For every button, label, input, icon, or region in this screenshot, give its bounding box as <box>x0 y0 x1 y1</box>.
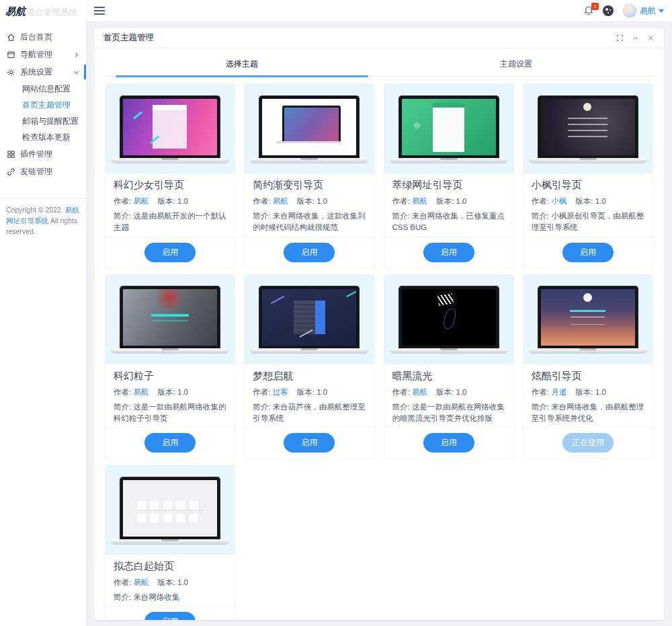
theme-name: 炫酷引导页 <box>532 370 644 383</box>
theme-version: 1.0 <box>177 578 188 586</box>
home-icon <box>7 33 15 42</box>
theme-version: 1.0 <box>595 197 606 205</box>
submenu-item-check-update[interactable]: 检查版本更新 <box>0 129 86 145</box>
author-link[interactable]: 易航 <box>412 388 427 396</box>
theme-description: 简介: 来自网络收集，这款收集到的时候代码结构就很规范 <box>253 210 366 234</box>
theme-card: 简约渐变引导页 作者: 易航 版本: 1.0 简介: 来自网络收集，这款收集到的… <box>244 83 374 268</box>
author-link[interactable]: 月逝 <box>551 388 566 396</box>
theme-description: 简介: 这是由易航开发的一个默认主题 <box>114 210 226 234</box>
apply-theme-button[interactable]: 启用 <box>144 243 196 262</box>
sidebar-item-nav-manage[interactable]: 导航管理 <box>0 46 86 63</box>
copyright: Copyright © 2022. 易航网址引导系统 All rights re… <box>0 198 86 243</box>
theme-manage-panel: 首页主题管理 选择主题 主题设置 科幻少女引导页 作者: 易航 版本: 1.0 <box>94 28 664 620</box>
author-link[interactable]: 易航 <box>133 197 149 205</box>
theme-description: 简介: 小枫原创引导页，由易航整理至引导系统 <box>532 210 644 234</box>
submenu-item-site-info[interactable]: 网站信息配置 <box>0 81 86 97</box>
theme-description: 简介: 来自网络收集，已修复重点CSS BUG <box>392 210 505 234</box>
gear-icon <box>7 68 15 77</box>
theme-card: 梦想启航 作者: 过客 版本: 1.0 简介: 来自葫芦侠，由易航整理至引导系统… <box>244 274 374 459</box>
theme-thumbnail <box>523 275 653 364</box>
theme-thumbnail <box>245 275 374 364</box>
close-icon[interactable] <box>647 34 655 42</box>
sidebar-item-dashboard[interactable]: 后台首页 <box>0 28 86 46</box>
user-menu[interactable]: 易航 <box>622 3 664 18</box>
theme-description: 简介: 来自网络收集 <box>114 592 226 603</box>
theme-description: 简介: 来自网络收集，由易航整理至引导系统并优化 <box>532 401 644 425</box>
notifications-button[interactable]: 1 <box>583 5 594 16</box>
theme-meta: 作者: 易航 版本: 1.0 <box>114 387 226 397</box>
caret-down-icon <box>659 9 664 13</box>
sidebar-item-label: 插件管理 <box>20 149 52 160</box>
theme-name: 科幻少女引导页 <box>114 179 226 192</box>
theme-skin-icon[interactable] <box>603 5 614 16</box>
theme-card: 暗黑流光 作者: 易航 版本: 1.0 简介: 这是一款由易航在网络收集的暗黑流… <box>384 274 514 459</box>
theme-card: 科幻少女引导页 作者: 易航 版本: 1.0 简介: 这是由易航开发的一个默认主… <box>105 83 235 268</box>
theme-card: 拟态白起始页 作者: 易航 版本: 1.0 简介: 来自网络收集 启用 <box>105 465 235 620</box>
collapse-icon[interactable] <box>632 34 639 42</box>
theme-version: 1.0 <box>317 388 327 396</box>
tab-theme-settings[interactable]: 主题设置 <box>379 54 653 76</box>
author-link[interactable]: 易航 <box>133 388 149 396</box>
theme-description: 简介: 这是一款由易航网络收集的科幻粒子引导页 <box>114 401 226 425</box>
author-link[interactable]: 易航 <box>412 197 427 205</box>
sidebar-item-friend-links[interactable]: 友链管理 <box>0 163 86 180</box>
fullscreen-icon[interactable] <box>616 34 624 42</box>
username: 易航 <box>640 5 656 17</box>
theme-card: 科幻粒子 作者: 易航 版本: 1.0 简介: 这是一款由易航网络收集的科幻粒子… <box>105 274 235 459</box>
panel-title: 首页主题管理 <box>103 32 154 44</box>
theme-name: 小枫引导页 <box>532 179 644 192</box>
submenu-item-theme-manage[interactable]: 首页主题管理 <box>0 97 86 113</box>
sidebar-item-label: 系统设置 <box>20 67 52 78</box>
theme-name: 暗黑流光 <box>392 370 505 383</box>
laptop-mockup <box>250 286 368 353</box>
panel-header: 首页主题管理 <box>94 28 664 48</box>
sidebar-item-plugin-manage[interactable]: 插件管理 <box>0 145 86 163</box>
apply-theme-button[interactable]: 启用 <box>284 433 335 453</box>
theme-meta: 作者: 易航 版本: 1.0 <box>392 387 505 397</box>
theme-version: 1.0 <box>177 197 188 205</box>
brand-name: 易航 <box>5 5 26 18</box>
author-link[interactable]: 易航 <box>273 197 288 205</box>
theme-thumbnail <box>523 84 653 173</box>
laptop-mockup <box>529 286 647 353</box>
theme-card: 小枫引导页 作者: 小枫 版本: 1.0 简介: 小枫原创引导页，由易航整理至引… <box>523 83 653 268</box>
apply-theme-button[interactable]: 启用 <box>144 433 196 453</box>
active-tab-indicator <box>116 75 368 77</box>
chevron-down-icon <box>73 69 79 75</box>
chevron-right-icon <box>73 52 79 58</box>
app-logo: 易航 后台管理系统 <box>0 0 86 22</box>
apply-theme-button[interactable]: 启用 <box>423 433 474 453</box>
author-link[interactable]: 小枫 <box>551 197 566 205</box>
laptop-mockup <box>529 95 647 163</box>
laptop-mockup <box>390 286 508 353</box>
theme-grid: 科幻少女引导页 作者: 易航 版本: 1.0 简介: 这是由易航开发的一个默认主… <box>94 77 664 620</box>
theme-thumbnail <box>106 84 235 173</box>
sidebar-item-label: 后台首页 <box>20 32 52 43</box>
theme-meta: 作者: 易航 版本: 1.0 <box>114 196 226 206</box>
system-settings-submenu: 网站信息配置 首页主题管理 邮箱与提醒配置 检查版本更新 <box>0 81 86 145</box>
apply-theme-button[interactable]: 启用 <box>144 612 196 620</box>
apply-theme-button[interactable]: 启用 <box>284 243 335 262</box>
sidebar-toggle-button[interactable] <box>94 7 105 15</box>
theme-thumbnail <box>384 84 513 173</box>
submenu-item-mail-config[interactable]: 邮箱与提醒配置 <box>0 113 86 129</box>
theme-meta: 作者: 易航 版本: 1.0 <box>392 196 505 206</box>
tab-select-theme[interactable]: 选择主题 <box>105 54 379 76</box>
main-content: 首页主题管理 选择主题 主题设置 科幻少女引导页 作者: 易航 版本: 1.0 <box>86 22 672 626</box>
apply-theme-button[interactable]: 启用 <box>423 243 474 262</box>
sidebar-menu: 后台首页 导航管理 系统设置 网站信息配置 首页主题管理 邮箱与提醒配置 检查版… <box>0 28 86 180</box>
author-link[interactable]: 过客 <box>273 388 288 396</box>
browser-icon <box>7 50 15 59</box>
theme-in-use-button[interactable]: 正在使用 <box>562 433 614 453</box>
laptop-mockup <box>250 95 368 163</box>
apply-theme-button[interactable]: 启用 <box>562 243 614 262</box>
theme-thumbnail <box>384 275 513 364</box>
notification-badge: 1 <box>591 3 599 10</box>
theme-thumbnail <box>245 84 374 173</box>
sidebar-item-label: 导航管理 <box>20 49 52 61</box>
sidebar-item-system-settings[interactable]: 系统设置 <box>0 63 86 81</box>
link-icon <box>7 167 15 176</box>
theme-version: 1.0 <box>177 388 188 396</box>
author-link[interactable]: 易航 <box>133 578 149 586</box>
laptop-mockup <box>390 95 508 163</box>
